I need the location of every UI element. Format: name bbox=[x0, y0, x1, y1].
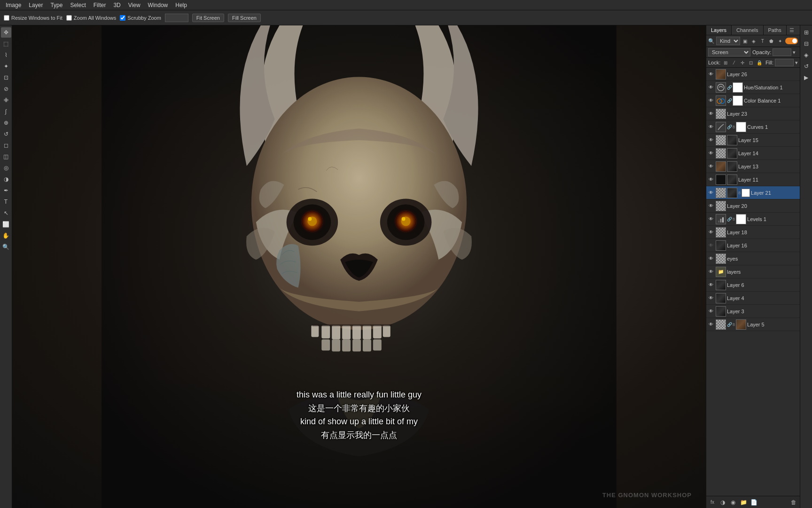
lock-artboard-icon[interactable]: ⊡ bbox=[748, 59, 754, 66]
layer-visibility-toggle[interactable]: 👁 bbox=[707, 163, 715, 170]
layer-visibility-toggle[interactable]: 👁 bbox=[707, 242, 715, 249]
layer-visibility-toggle[interactable]: 👁 bbox=[707, 321, 715, 328]
layer-visibility-toggle[interactable]: 👁 bbox=[707, 136, 715, 144]
layer-row[interactable]: 👁 Layer 20 bbox=[706, 199, 800, 213]
layer-visibility-toggle[interactable]: 👁 bbox=[707, 294, 715, 302]
menu-layer[interactable]: Layer bbox=[25, 1, 47, 9]
shape-tool[interactable]: ⬜ bbox=[1, 219, 11, 230]
delete-layer-button[interactable]: 🗑 bbox=[789, 498, 798, 507]
toolbar-resize[interactable]: Resize Windows to Fit bbox=[4, 15, 62, 21]
menu-help[interactable]: Help bbox=[172, 1, 191, 9]
eraser-tool[interactable]: ◻ bbox=[1, 140, 11, 151]
layer-row[interactable]: 👁 Layer 26 bbox=[706, 68, 800, 81]
hand-tool[interactable]: ✋ bbox=[1, 230, 11, 241]
layer-visibility-toggle[interactable]: 👁 bbox=[707, 189, 715, 197]
canvas-area[interactable]: this was a little really fun little guy … bbox=[12, 25, 706, 508]
scrubby-checkbox[interactable] bbox=[120, 15, 125, 21]
blend-mode-select[interactable]: Screen bbox=[708, 48, 750, 56]
pen-tool[interactable]: ✒ bbox=[1, 185, 11, 196]
layer-row[interactable]: 👁 🔗 8 Layer 5 bbox=[706, 318, 800, 331]
move-tool[interactable]: ✥ bbox=[1, 27, 11, 38]
history-icon[interactable]: ↺ bbox=[801, 61, 812, 71]
menu-view[interactable]: View bbox=[125, 1, 144, 9]
tab-channels[interactable]: Channels bbox=[732, 25, 763, 35]
path-select-tool[interactable]: ↖ bbox=[1, 208, 11, 218]
new-group-button[interactable]: 📁 bbox=[739, 498, 748, 507]
panel-menu-icon[interactable]: ☰ bbox=[787, 26, 797, 34]
layer-row[interactable]: 👁 🔗 8 Curves 1 bbox=[706, 120, 800, 134]
filter-toggle[interactable] bbox=[785, 38, 798, 44]
actions-icon[interactable]: ▶ bbox=[801, 72, 812, 83]
filter-select[interactable]: Kind bbox=[716, 37, 740, 45]
layer-visibility-toggle[interactable]: 👁 bbox=[707, 215, 715, 223]
layer-row[interactable]: 👁 Layer 6 bbox=[706, 278, 800, 292]
dodge-tool[interactable]: ◑ bbox=[1, 174, 11, 184]
properties-icon[interactable]: ⊞ bbox=[801, 27, 812, 38]
layer-visibility-toggle[interactable]: 👁 bbox=[707, 84, 715, 91]
brush-tool[interactable]: ∫ bbox=[1, 106, 11, 117]
layer-visibility-toggle[interactable]: 👁 bbox=[707, 281, 715, 289]
filter-adjust-icon[interactable]: ◈ bbox=[750, 37, 758, 45]
add-adjustment-button[interactable]: ◉ bbox=[729, 498, 737, 507]
fit-screen-button[interactable]: Fit Screen bbox=[192, 14, 224, 22]
menu-filter[interactable]: Filter bbox=[90, 1, 110, 9]
lock-transparent-icon[interactable]: ⊞ bbox=[722, 59, 729, 66]
layer-visibility-toggle[interactable]: 👁 bbox=[707, 268, 715, 276]
resize-checkbox[interactable] bbox=[4, 15, 9, 21]
layer-row[interactable]: 👁 Layer 4 bbox=[706, 292, 800, 305]
lock-all-icon[interactable]: 🔒 bbox=[756, 59, 763, 66]
marquee-tool[interactable]: ⬚ bbox=[1, 39, 11, 49]
zoom-tool[interactable]: 🔍 bbox=[1, 242, 11, 252]
layer-row[interactable]: 👁 8 Layer 21 bbox=[706, 186, 800, 199]
layer-row[interactable]: 👁 🔗 Hue/Saturation 1 bbox=[706, 81, 800, 94]
tab-paths[interactable]: Paths bbox=[764, 25, 787, 35]
layer-row[interactable]: 👁 Layer 16 bbox=[706, 239, 800, 252]
layer-row[interactable]: 👁 Layer 14 bbox=[706, 147, 800, 160]
lock-move-icon[interactable]: ✛ bbox=[739, 59, 746, 66]
menu-window[interactable]: Window bbox=[144, 1, 172, 9]
menu-select[interactable]: Select bbox=[66, 1, 89, 9]
history-brush-tool[interactable]: ↺ bbox=[1, 129, 11, 139]
toolbar-scrubby[interactable]: Scrubby Zoom bbox=[120, 15, 161, 21]
heal-tool[interactable]: ✙ bbox=[1, 95, 11, 105]
zoom-input[interactable]: 100% bbox=[165, 14, 188, 22]
layer-row[interactable]: 👁 eyes bbox=[706, 252, 800, 265]
crop-tool[interactable]: ⊡ bbox=[1, 72, 11, 83]
layer-row[interactable]: 👁 Layer 15 bbox=[706, 134, 800, 147]
zoom-all-checkbox[interactable] bbox=[66, 15, 72, 21]
layer-row[interactable]: 👁 🔗 8 Levels 1 bbox=[706, 213, 800, 226]
eyedropper-tool[interactable]: ⊘ bbox=[1, 84, 11, 94]
layer-visibility-toggle[interactable]: 👁 bbox=[707, 97, 715, 104]
layer-visibility-toggle[interactable]: 👁 bbox=[707, 255, 715, 262]
layer-row[interactable]: 👁 Layer 13 bbox=[706, 160, 800, 173]
toolbar-zoom-all[interactable]: Zoom All Windows bbox=[66, 15, 116, 21]
layer-visibility-toggle[interactable]: 👁 bbox=[707, 71, 715, 78]
layer-row[interactable]: 👁 Layer 23 bbox=[706, 107, 800, 120]
layer-visibility-toggle[interactable]: 👁 bbox=[707, 176, 715, 183]
text-tool[interactable]: T bbox=[1, 197, 11, 207]
layer-visibility-toggle[interactable]: 👁 bbox=[707, 110, 715, 118]
lock-paint-icon[interactable]: ∕ bbox=[731, 59, 737, 66]
menu-type[interactable]: Type bbox=[47, 1, 66, 9]
filter-pixel-icon[interactable]: ▣ bbox=[742, 37, 749, 45]
layer-row[interactable]: 👁 Layer 3 bbox=[706, 305, 800, 318]
fill-screen-button[interactable]: Fill Screen bbox=[228, 14, 261, 22]
add-mask-button[interactable]: ◑ bbox=[718, 498, 727, 507]
menu-image[interactable]: Image bbox=[2, 1, 25, 9]
libraries-icon[interactable]: ⊟ bbox=[801, 39, 812, 49]
layer-visibility-toggle[interactable]: 👁 bbox=[707, 229, 715, 236]
fill-input[interactable]: 100% bbox=[775, 59, 794, 66]
menu-3d[interactable]: 3D bbox=[109, 1, 124, 9]
lasso-tool[interactable]: ⌇ bbox=[1, 50, 11, 60]
adjustments-icon[interactable]: ◈ bbox=[801, 50, 812, 60]
magic-wand-tool[interactable]: ✦ bbox=[1, 61, 11, 71]
tab-layers[interactable]: Layers bbox=[706, 25, 732, 35]
gradient-tool[interactable]: ◫ bbox=[1, 151, 11, 162]
fill-arrow[interactable]: ▾ bbox=[795, 60, 798, 66]
layer-row[interactable]: 👁 Layer 18 bbox=[706, 226, 800, 239]
layer-visibility-toggle[interactable]: 👁 bbox=[707, 150, 715, 157]
layer-visibility-toggle[interactable]: 👁 bbox=[707, 123, 715, 131]
new-layer-button[interactable]: 📄 bbox=[750, 498, 758, 507]
layer-visibility-toggle[interactable]: 👁 bbox=[707, 202, 715, 210]
opacity-input[interactable]: 62% bbox=[773, 48, 791, 56]
